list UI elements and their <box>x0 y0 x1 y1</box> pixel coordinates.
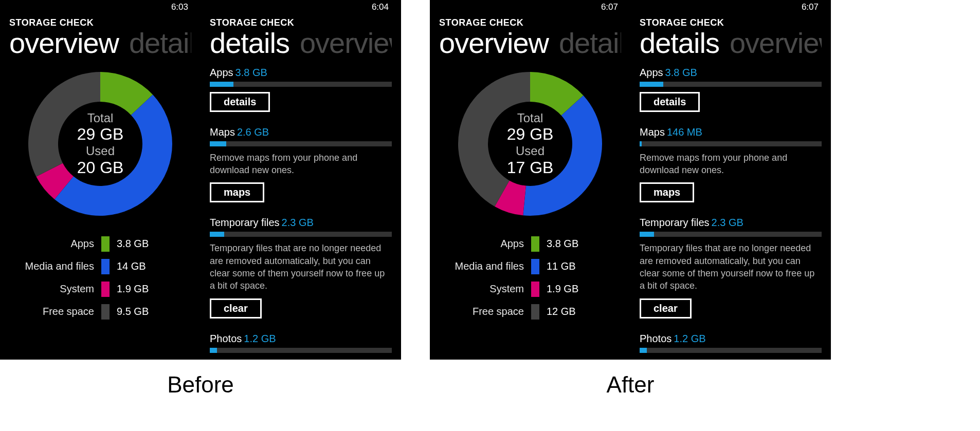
total-label: Total <box>507 110 554 125</box>
tab-overview[interactable]: overview <box>730 28 822 59</box>
detail-size: 2.6 GB <box>237 126 269 138</box>
legend-value: 14 GB <box>117 260 146 272</box>
legend-value: 1.9 GB <box>547 283 578 295</box>
legend: Apps3.8 GBMedia and files14 GBSystem1.9 … <box>9 236 191 320</box>
legend-label: Media and files <box>439 260 524 272</box>
tab-details[interactable]: details <box>210 28 289 59</box>
usage-bar-fill <box>210 141 226 146</box>
detail-size: 2.3 GB <box>712 217 743 228</box>
usage-bar-fill <box>640 348 647 353</box>
detail-size: 146 MB <box>667 126 702 138</box>
status-bar: 6:03 <box>9 0 191 14</box>
legend-swatch <box>101 282 110 297</box>
detail-size: 1.2 GB <box>674 333 705 344</box>
app-title: STORAGE CHECK <box>640 17 822 28</box>
tab-details[interactable]: details <box>129 28 191 59</box>
tab-details[interactable]: details <box>640 28 719 59</box>
details-button[interactable]: details <box>640 92 700 112</box>
detail-block-photos: Photos1.2 GB <box>640 333 822 353</box>
detail-description: Remove maps from your phone and download… <box>210 152 392 177</box>
details-panel-after: 6:07 STORAGE CHECK details overview Apps… <box>630 0 831 360</box>
detail-name: Apps <box>640 67 663 78</box>
detail-description: Temporary files that are no longer neede… <box>640 242 822 292</box>
detail-description: Temporary files that are no longer neede… <box>210 242 392 292</box>
usage-bar-fill <box>640 82 663 87</box>
clock: 6:03 <box>171 2 188 12</box>
tab-overview[interactable]: overview <box>9 28 119 59</box>
legend-row-system: System1.9 GB <box>9 282 191 297</box>
overview-panel-after: 6:07 STORAGE CHECK overview details Tota… <box>430 0 630 360</box>
legend-swatch <box>101 304 110 320</box>
details-list: Apps3.8 GBdetailsMaps146 MBRemove maps f… <box>640 67 822 353</box>
usage-bar <box>640 232 822 237</box>
total-label: Total <box>77 110 124 125</box>
detail-block-temporary-files: Temporary files2.3 GBTemporary files tha… <box>210 217 392 318</box>
used-label: Used <box>77 144 124 158</box>
tab-overview[interactable]: overview <box>300 28 392 59</box>
used-value: 20 GB <box>77 158 124 177</box>
detail-block-apps: Apps3.8 GBdetails <box>640 67 822 112</box>
detail-name: Temporary files <box>210 217 280 228</box>
detail-name: Photos <box>210 333 242 344</box>
pivot-tabs: overview details <box>9 28 191 59</box>
detail-block-maps: Maps146 MBRemove maps from your phone an… <box>640 126 822 203</box>
details-button[interactable]: details <box>210 92 270 112</box>
legend-row-system: System1.9 GB <box>439 282 621 297</box>
detail-name: Maps <box>210 126 235 138</box>
legend-swatch <box>101 236 110 252</box>
usage-bar <box>210 348 392 353</box>
pivot-tabs: details overview <box>210 28 392 59</box>
detail-size: 3.8 GB <box>665 67 697 78</box>
detail-name: Photos <box>640 333 672 344</box>
legend-row-media-and-files: Media and files11 GB <box>439 259 621 274</box>
storage-donut-chart: Total 29 GB Used 17 GB <box>453 67 607 221</box>
clear-button[interactable]: clear <box>210 298 262 318</box>
app-title: STORAGE CHECK <box>210 17 392 28</box>
usage-bar <box>640 82 822 87</box>
usage-bar-fill <box>640 141 642 146</box>
status-bar: 6:07 <box>640 0 822 14</box>
usage-bar <box>640 348 822 353</box>
status-bar: 6:07 <box>439 0 621 14</box>
legend-label: Apps <box>9 238 94 250</box>
legend-value: 9.5 GB <box>117 306 149 317</box>
detail-size: 1.2 GB <box>244 333 276 344</box>
detail-description: Remove maps from your phone and download… <box>640 152 822 177</box>
detail-heading: Temporary files2.3 GB <box>210 217 392 229</box>
legend-swatch <box>531 282 539 297</box>
overview-panel-before: 6:03 STORAGE CHECK overview details Tota… <box>0 0 201 360</box>
legend-row-free-space: Free space12 GB <box>439 304 621 320</box>
detail-size: 2.3 GB <box>282 217 314 228</box>
detail-heading: Temporary files2.3 GB <box>640 217 822 229</box>
legend-label: System <box>439 283 524 295</box>
legend-label: Media and files <box>9 260 94 272</box>
detail-heading: Apps3.8 GB <box>640 67 822 79</box>
tab-overview[interactable]: overview <box>439 28 549 59</box>
app-title: STORAGE CHECK <box>9 17 191 28</box>
detail-block-temporary-files: Temporary files2.3 GBTemporary files tha… <box>640 217 822 318</box>
donut-center-text: Total 29 GB Used 17 GB <box>507 110 554 177</box>
legend-row-apps: Apps3.8 GB <box>439 236 621 252</box>
tab-details[interactable]: details <box>559 28 621 59</box>
detail-name: Apps <box>210 67 233 78</box>
details-list: Apps3.8 GBdetailsMaps2.6 GBRemove maps f… <box>210 67 392 353</box>
clear-button[interactable]: clear <box>640 298 692 318</box>
total-value: 29 GB <box>77 125 124 144</box>
legend-label: System <box>9 283 94 295</box>
usage-bar <box>210 82 392 87</box>
legend-swatch <box>531 304 539 320</box>
details-panel-before: 6:04 STORAGE CHECK details overview Apps… <box>201 0 401 360</box>
legend-value: 12 GB <box>547 306 576 317</box>
detail-heading: Photos1.2 GB <box>640 333 822 345</box>
storage-donut-chart: Total 29 GB Used 20 GB <box>23 67 177 221</box>
legend-value: 1.9 GB <box>117 283 149 295</box>
used-value: 17 GB <box>507 158 554 177</box>
app-title: STORAGE CHECK <box>439 17 621 28</box>
maps-button[interactable]: maps <box>210 182 264 202</box>
detail-block-apps: Apps3.8 GBdetails <box>210 67 392 112</box>
usage-bar-fill <box>640 232 654 237</box>
maps-button[interactable]: maps <box>640 182 694 202</box>
detail-name: Temporary files <box>640 217 710 228</box>
legend-swatch <box>101 259 110 274</box>
clock: 6:04 <box>372 2 389 12</box>
